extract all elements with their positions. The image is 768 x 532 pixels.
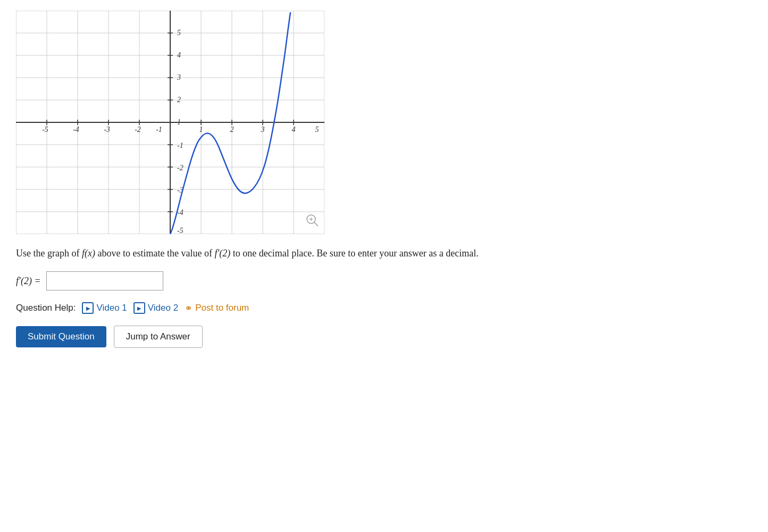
svg-text:-1: -1 (156, 126, 162, 134)
svg-text:5: 5 (177, 29, 181, 37)
svg-text:1: 1 (199, 126, 203, 134)
svg-text:-5: -5 (177, 227, 183, 234)
svg-text:3: 3 (177, 73, 181, 81)
video1-icon (82, 302, 94, 314)
answer-input[interactable] (46, 271, 163, 290)
question-text: Use the graph of f(x) above to estimate … (16, 246, 495, 261)
svg-text:2: 2 (230, 126, 234, 134)
function-graph: -5 -4 -3 -2 -1 1 2 3 4 5 5 4 3 2 1 -1 -2… (16, 11, 324, 234)
svg-text:-5: -5 (42, 126, 48, 134)
svg-text:-3: -3 (104, 126, 110, 134)
svg-text:4: 4 (177, 51, 181, 59)
svg-text:-1: -1 (177, 142, 183, 149)
svg-text:4: 4 (292, 126, 296, 134)
answer-row: f′(2) = (16, 271, 752, 290)
forum-label: Post to forum (195, 303, 249, 313)
graph-container: -5 -4 -3 -2 -1 1 2 3 4 5 5 4 3 2 1 -1 -2… (16, 11, 324, 234)
help-row: Question Help: Video 1 Video 2 ⚭ Post to… (16, 302, 752, 314)
answer-label: f′(2) = (16, 276, 41, 287)
help-label: Question Help: (16, 303, 76, 313)
svg-text:5: 5 (315, 126, 319, 134)
video2-link[interactable]: Video 2 (133, 302, 178, 314)
fprime2-notation: f′(2) (214, 248, 230, 259)
svg-text:1: 1 (177, 118, 181, 126)
svg-text:3: 3 (261, 126, 265, 134)
video1-link[interactable]: Video 1 (82, 302, 127, 314)
forum-icon: ⚭ (185, 302, 193, 314)
svg-text:-4: -4 (73, 126, 79, 134)
fx-notation: f(x) (82, 248, 95, 259)
video2-label: Video 2 (148, 303, 178, 313)
forum-link[interactable]: ⚭ Post to forum (185, 302, 249, 314)
video1-label: Video 1 (96, 303, 127, 313)
svg-text:2: 2 (177, 96, 181, 104)
buttons-row: Submit Question Jump to Answer (16, 326, 752, 348)
video2-icon (133, 302, 145, 314)
jump-to-answer-button[interactable]: Jump to Answer (114, 326, 203, 348)
svg-text:-2: -2 (135, 126, 141, 134)
submit-button[interactable]: Submit Question (16, 326, 106, 347)
svg-text:-2: -2 (177, 164, 183, 172)
